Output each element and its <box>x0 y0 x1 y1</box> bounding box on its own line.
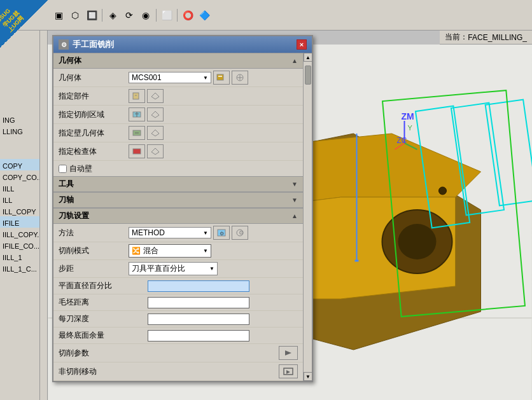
step-dropdown[interactable]: 刀具平直百分比 ▼ <box>129 262 218 275</box>
axis-collapse-arrow[interactable]: ▼ <box>291 197 298 203</box>
flat-diam-input[interactable]: 75.0000 <box>148 280 249 292</box>
geometry-icon-btn-1[interactable] <box>213 71 230 85</box>
scrollbar-up-btn[interactable]: ▲ <box>304 53 312 62</box>
status-bar: 当前： FACE_MILLING_ <box>440 31 532 45</box>
svg-marker-33 <box>151 93 159 99</box>
auto-wall-label: 自动壁 <box>69 163 92 174</box>
final-floor-row: 最终底面余量 0.0000 <box>53 328 303 344</box>
status-label: 当前： <box>445 32 468 43</box>
top-toolbar: ▣ ⬡ 🔲 ◈ ⟳ ◉ ⬜ ⭕ 🔷 <box>0 0 532 31</box>
watermark: 9SUG学UG就上UG网 <box>0 0 48 48</box>
wall-geom-icon-btn-2[interactable] <box>147 126 164 140</box>
non-cut-label: 非切削移动 <box>59 366 148 377</box>
toolbar-sep-1 <box>102 9 102 22</box>
check-body-icon-btn-2[interactable] <box>147 144 164 158</box>
wall-geom-controls <box>129 126 298 140</box>
specify-part-controls <box>129 89 298 103</box>
method-icon-btn-2[interactable]: ⚙ <box>232 226 248 240</box>
tool-collapse-arrow[interactable]: ▼ <box>291 181 298 188</box>
non-cut-row: 非切削移动 <box>53 362 303 381</box>
specify-part-row: 指定部件 <box>53 87 303 106</box>
check-body-controls <box>129 144 298 158</box>
toolbar-btn-5[interactable]: ⟳ <box>122 8 137 23</box>
cut-mode-row: 切削模式 🔀 混合 ▼ <box>53 242 303 260</box>
sidebar-scrollbar[interactable] <box>39 31 47 400</box>
wall-geom-icon-btn-1[interactable] <box>129 126 145 140</box>
toolbar-btn-8[interactable]: ⭕ <box>180 8 195 23</box>
scrollbar-thumb[interactable] <box>305 66 311 85</box>
toolbar-btn-4[interactable]: ◈ <box>105 8 120 23</box>
cut-mode-arrow: ▼ <box>200 248 208 254</box>
dialog-title: 手工面铣削 <box>73 39 114 50</box>
svg-text:⚙: ⚙ <box>239 230 244 236</box>
toolbar-btn-1[interactable]: ▣ <box>51 8 66 23</box>
dialog-scrollbar[interactable]: ▲ ▼ <box>303 53 312 381</box>
geometry-dropdown-value: MCS001 <box>132 73 162 82</box>
scrollbar-track <box>304 62 312 372</box>
toolbar-btn-2[interactable]: ⬡ <box>67 8 83 23</box>
svg-marker-47 <box>285 350 291 355</box>
geometry-dropdown-arrow: ▼ <box>200 75 208 81</box>
left-sidebar: ING LLING COPY COPY_CO... IILL ILL ILL_C… <box>0 31 48 400</box>
final-floor-input[interactable]: 0.0000 <box>148 330 249 341</box>
cut-params-controls <box>148 346 298 360</box>
axis-section-header[interactable]: 刀轴 ▼ <box>53 192 303 208</box>
cut-params-row: 切削参数 <box>53 344 303 362</box>
dialog: ⚙ 手工面铣削 × 几何体 ▲ 几何体 MCS001 ▼ <box>52 35 313 382</box>
geometry-label: 几何体 <box>59 72 129 83</box>
method-value: METHOD <box>132 228 165 237</box>
toolbar-btn-6[interactable]: ◉ <box>138 8 153 23</box>
cut-region-icon-btn-1[interactable] <box>129 107 145 121</box>
tool-settings-section-header[interactable]: 刀轨设置 ▲ <box>53 208 303 224</box>
dialog-title-icon: ⚙ <box>59 39 69 50</box>
method-icon-btn-1[interactable]: ⚙ <box>213 226 230 240</box>
blank-dist-row: 毛坯距离 3.0000 <box>53 294 303 311</box>
non-cut-controls <box>148 364 298 378</box>
axis-header-label: 刀轴 <box>59 195 74 205</box>
geometry-section-header[interactable]: 几何体 ▲ <box>53 53 303 69</box>
scrollbar-down-btn[interactable]: ▼ <box>304 372 312 381</box>
check-body-icon-btn-1[interactable] <box>129 144 145 158</box>
depth-label: 每刀深度 <box>59 314 148 324</box>
cut-params-label: 切削参数 <box>59 348 148 359</box>
flat-diam-row: 平面直径百分比 75.0000 <box>53 278 303 294</box>
flat-diam-label: 平面直径百分比 <box>59 280 148 291</box>
svg-rect-26 <box>217 74 223 80</box>
wall-geom-row: 指定壁几何体 <box>53 124 303 142</box>
svg-point-9 <box>439 187 447 195</box>
geometry-controls: MCS001 ▼ <box>129 71 298 85</box>
toolbar-btn-7[interactable]: ⬜ <box>159 8 174 23</box>
step-row: 步距 刀具平直百分比 ▼ <box>53 260 303 278</box>
non-cut-btn[interactable] <box>279 364 298 378</box>
auto-wall-row: 自动壁 <box>53 161 303 176</box>
svg-text:ZM: ZM <box>402 111 414 121</box>
method-dropdown[interactable]: METHOD ▼ <box>129 227 211 238</box>
specify-part-icon-btn-1[interactable] <box>129 89 145 103</box>
depth-input[interactable]: 0.0000 <box>148 314 249 325</box>
method-dropdown-arrow: ▼ <box>200 230 208 236</box>
tool-settings-collapse-arrow[interactable]: ▲ <box>291 212 298 219</box>
specify-part-icon-btn-2[interactable] <box>147 89 164 103</box>
step-value: 刀具平直百分比 <box>132 263 185 274</box>
auto-wall-checkbox[interactable] <box>59 165 67 173</box>
tool-section-header[interactable]: 工具 ▼ <box>53 176 303 192</box>
cut-region-icon-btn-2[interactable] <box>147 107 164 121</box>
geometry-collapse-arrow[interactable]: ▲ <box>291 57 298 64</box>
step-controls: 刀具平直百分比 ▼ <box>129 262 298 275</box>
method-row: 方法 METHOD ▼ ⚙ ⚙ <box>53 224 303 242</box>
toolbar-btn-3[interactable]: 🔲 <box>84 8 99 23</box>
method-label: 方法 <box>59 228 129 238</box>
cut-params-btn[interactable] <box>279 346 298 360</box>
geometry-icon-btn-2[interactable] <box>232 71 248 85</box>
depth-controls: 0.0000 <box>148 314 298 325</box>
check-body-label: 指定检查体 <box>59 146 129 157</box>
blank-dist-input[interactable]: 3.0000 <box>148 297 249 308</box>
specify-part-label: 指定部件 <box>59 91 129 102</box>
toolbar-btn-9[interactable]: 🔷 <box>197 8 212 23</box>
svg-marker-37 <box>151 111 159 118</box>
geometry-dropdown[interactable]: MCS001 ▼ <box>129 72 211 83</box>
geometry-header-label: 几何体 <box>59 55 81 66</box>
status-value: FACE_MILLING_ <box>468 33 527 42</box>
dialog-close-button[interactable]: × <box>297 39 307 50</box>
svg-text:⚙: ⚙ <box>220 231 224 237</box>
